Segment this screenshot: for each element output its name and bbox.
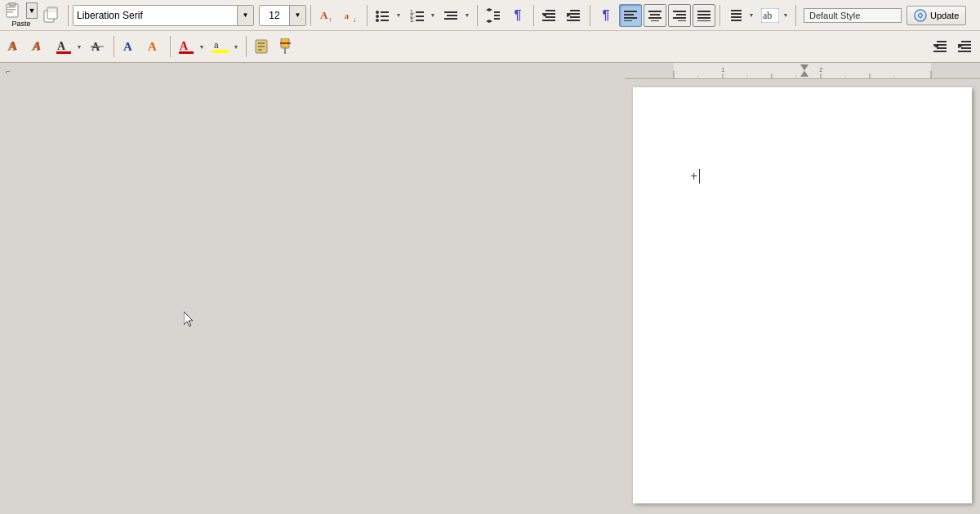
increase-indent-icon bbox=[567, 9, 581, 22]
unordered-list-icon bbox=[372, 5, 394, 26]
increase-font-button[interactable]: A ↑ bbox=[315, 4, 338, 27]
para-spacing-button[interactable]: ¶ bbox=[506, 4, 529, 27]
paste-icon bbox=[5, 2, 23, 19]
svg-rect-8 bbox=[48, 11, 56, 12]
separator-row2-3 bbox=[246, 36, 247, 57]
svg-rect-46 bbox=[651, 20, 659, 21]
bold-shadow-button[interactable]: A A bbox=[3, 35, 26, 58]
svg-text:A: A bbox=[180, 40, 189, 52]
svg-text:A: A bbox=[123, 40, 132, 53]
font-name-selector[interactable]: ▼ bbox=[73, 5, 254, 26]
align-right-button[interactable] bbox=[668, 4, 691, 27]
align-center-button[interactable] bbox=[644, 4, 666, 27]
autocorrect-button[interactable]: ab ▼ bbox=[759, 4, 791, 27]
format-brush-button[interactable] bbox=[275, 35, 298, 58]
list-indent-arrow[interactable]: ▼ bbox=[462, 5, 472, 26]
para-indent-button[interactable]: ▼ bbox=[724, 4, 757, 27]
svg-rect-39 bbox=[624, 11, 637, 12]
font-color2-arrow[interactable]: ▼ bbox=[197, 36, 207, 57]
text-cursor-area: + bbox=[690, 169, 700, 184]
svg-rect-88 bbox=[958, 44, 971, 46]
svg-rect-20 bbox=[416, 11, 424, 13]
ordered-list-arrow[interactable]: ▼ bbox=[428, 5, 438, 26]
increase-indent-button[interactable] bbox=[563, 4, 586, 27]
font-color2-button[interactable]: A ▼ bbox=[175, 35, 207, 58]
clear-format-icon bbox=[254, 38, 270, 55]
font-size-dropdown-btn[interactable]: ▼ bbox=[289, 6, 305, 25]
toolbar-row2: A A A A A ▼ A bbox=[0, 31, 980, 62]
horizontal-ruler: 1 2 bbox=[625, 63, 980, 79]
line-spacing-button[interactable] bbox=[482, 4, 505, 27]
highlight-button[interactable]: a ▼ bbox=[209, 35, 242, 58]
indent-increase2-button[interactable] bbox=[954, 35, 977, 58]
para-indent-arrow[interactable]: ▼ bbox=[746, 5, 756, 26]
svg-rect-29 bbox=[494, 15, 500, 16]
svg-rect-37 bbox=[570, 16, 580, 18]
bold-shadow-icon: A A bbox=[7, 38, 23, 55]
svg-rect-28 bbox=[494, 11, 500, 13]
text-color-orange-icon: A bbox=[146, 38, 163, 55]
font-name-input[interactable] bbox=[74, 6, 237, 25]
font-color-button[interactable]: A ▼ bbox=[52, 35, 85, 58]
text-color-orange-button[interactable]: A bbox=[143, 35, 166, 58]
indent-decrease2-button[interactable] bbox=[929, 35, 952, 58]
align-left-button[interactable] bbox=[619, 4, 642, 27]
main-area: ⌐ 1 bbox=[0, 63, 980, 514]
svg-rect-79 bbox=[258, 49, 262, 51]
svg-rect-36 bbox=[567, 13, 580, 15]
text-color-blue-button[interactable]: A bbox=[118, 35, 141, 58]
highlight-arrow[interactable]: ▼ bbox=[231, 36, 241, 57]
strikethrough-icon: A bbox=[90, 38, 106, 55]
decrease-font-button[interactable]: a ↓ bbox=[340, 4, 363, 27]
format-brush-icon bbox=[278, 38, 295, 55]
svg-rect-51 bbox=[697, 11, 710, 12]
separator-3 bbox=[367, 5, 368, 26]
svg-text:a: a bbox=[345, 11, 349, 20]
clone-format-button[interactable] bbox=[41, 4, 64, 27]
unordered-list-button[interactable]: ▼ bbox=[372, 4, 404, 27]
svg-rect-50 bbox=[678, 20, 686, 21]
font-color-arrow[interactable]: ▼ bbox=[74, 36, 84, 57]
svg-rect-25 bbox=[444, 11, 457, 13]
font-name-dropdown-btn[interactable]: ▼ bbox=[237, 6, 253, 25]
strikethrough-button[interactable]: A bbox=[87, 35, 109, 58]
svg-rect-81 bbox=[284, 47, 286, 54]
document-page[interactable]: + bbox=[633, 87, 972, 503]
svg-text:1: 1 bbox=[721, 67, 724, 74]
svg-rect-54 bbox=[697, 20, 710, 21]
right-panel: 1 2 + bbox=[625, 63, 980, 514]
update-style-button[interactable]: Update bbox=[906, 6, 966, 25]
paste-button[interactable]: ▼ Paste bbox=[3, 4, 39, 27]
unordered-list-arrow[interactable]: ▼ bbox=[394, 5, 403, 26]
indent-increase2-icon bbox=[958, 40, 973, 53]
font-color-icon: A bbox=[53, 36, 74, 57]
page-container[interactable]: + bbox=[625, 79, 980, 514]
decrease-font-icon: a ↓ bbox=[343, 7, 359, 24]
text-color-blue-icon: A bbox=[122, 38, 138, 55]
svg-rect-41 bbox=[624, 17, 637, 19]
svg-rect-7 bbox=[48, 8, 56, 10]
autocorrect-arrow[interactable]: ▼ bbox=[781, 5, 791, 26]
align-justify-button[interactable] bbox=[693, 4, 715, 27]
ordered-list-button[interactable]: 1. 2. 3. ▼ bbox=[406, 4, 439, 27]
align-justify-icon bbox=[697, 10, 710, 21]
align-right-icon bbox=[673, 10, 686, 21]
align-left-icon bbox=[624, 10, 637, 21]
svg-rect-43 bbox=[648, 11, 662, 12]
italic-shadow-button[interactable]: A A bbox=[28, 35, 51, 58]
clear-format-button[interactable] bbox=[251, 35, 274, 58]
list-indent-button[interactable]: ▼ bbox=[440, 4, 473, 27]
font-size-input[interactable] bbox=[260, 6, 289, 25]
mouse-cursor bbox=[184, 312, 197, 328]
svg-rect-83 bbox=[937, 41, 947, 42]
separator-row2-1 bbox=[114, 36, 114, 57]
para-symbol-button[interactable]: ¶ bbox=[595, 4, 617, 27]
decrease-indent-button[interactable] bbox=[538, 4, 561, 27]
separator-8 bbox=[795, 5, 796, 26]
indent-decrease2-icon bbox=[933, 40, 948, 53]
separator-4 bbox=[477, 5, 478, 26]
font-size-selector[interactable]: ▼ bbox=[259, 5, 306, 26]
svg-rect-24 bbox=[416, 20, 424, 21]
svg-rect-84 bbox=[933, 44, 947, 46]
separator-7 bbox=[719, 5, 720, 26]
